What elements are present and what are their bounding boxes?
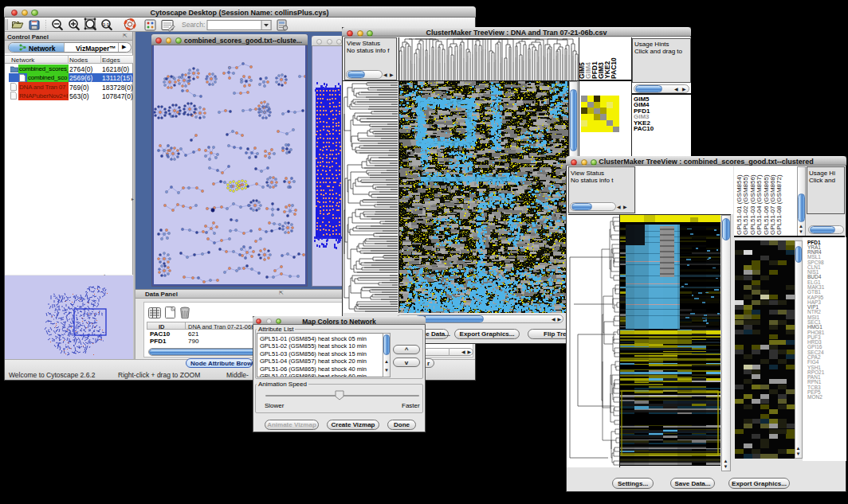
svg-text:1:1: 1:1 bbox=[103, 22, 109, 27]
svg-text:Search:: Search: bbox=[182, 21, 205, 29]
svg-text:GPL51-08 (GSM872): GPL51-08 (GSM872) bbox=[775, 174, 783, 235]
svg-text:PAC10: PAC10 bbox=[610, 57, 618, 79]
